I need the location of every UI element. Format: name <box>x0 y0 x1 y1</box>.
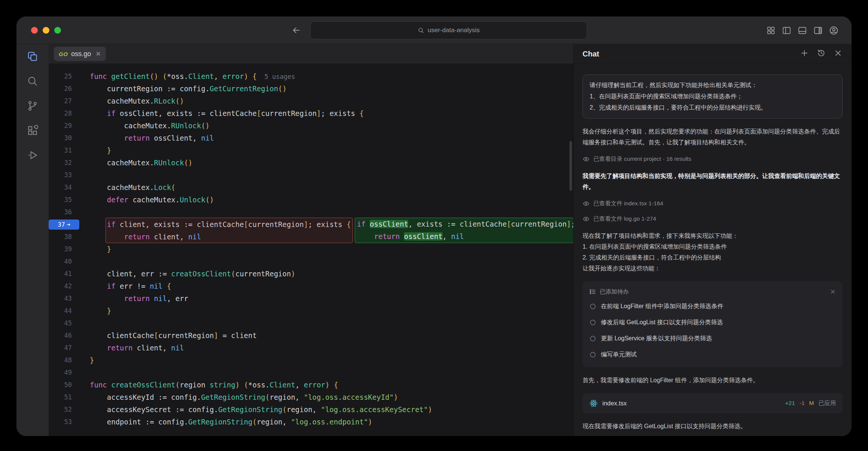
code-line[interactable]: 45 <box>49 317 573 329</box>
code-line[interactable]: 26 currentRegion := config.GetCurrentReg… <box>49 83 573 95</box>
tool-call-text: 已查看文件 log.go 1-274 <box>593 215 656 223</box>
code-text: return client, nil <box>90 342 184 354</box>
tab-oss-go[interactable]: GO oss.go ✕ <box>54 47 106 61</box>
back-arrow-icon[interactable] <box>291 25 301 35</box>
code-line[interactable]: 53 endpoint := config.GetRegionString(re… <box>49 416 573 428</box>
code-text: return ossClient, nil <box>90 132 214 144</box>
todo-list-icon <box>589 288 596 295</box>
grid-layout-icon[interactable] <box>766 25 776 36</box>
code-line[interactable]: 50func createOssClient(region string) (*… <box>49 379 573 391</box>
todo-item[interactable]: 在前端 LogFilter 组件中添加问题分类筛选条件 <box>589 298 836 315</box>
todo-close-icon[interactable] <box>830 289 836 295</box>
line-number: 32 <box>49 157 72 169</box>
search-sidebar-icon[interactable] <box>24 73 41 90</box>
todo-item[interactable]: 更新 LogService 服务以支持问题分类筛选 <box>589 331 836 347</box>
code-line[interactable]: 28 if ossClient, exists := clientCache[c… <box>49 107 573 120</box>
code-line[interactable]: 51 accessKeyId := config.GetRegionString… <box>49 391 573 404</box>
code-line[interactable]: 30 return ossClient, nil <box>49 132 573 144</box>
diff-added-line: if ossClient, exists := clientCache[curr… <box>357 218 573 230</box>
line-number: 43 <box>49 292 72 305</box>
line-number: 48 <box>49 354 72 366</box>
chat-scroll[interactable]: 请仔细理解当前工程，然后实现如下功能并给出相关单元测试： 1、在问题列表页面中的… <box>574 64 852 436</box>
code-editor[interactable]: 25func getClient() (*oss.Client, error) … <box>49 64 573 436</box>
line-number: 27 <box>49 95 72 107</box>
code-lines: 25func getClient() (*oss.Client, error) … <box>49 64 573 428</box>
code-text: func getClient() (*oss.Client, error) { … <box>90 70 295 83</box>
code-line[interactable]: 44 } <box>49 305 573 317</box>
code-text: clientCache[currentRegion] = client <box>90 329 257 342</box>
toggle-left-panel-icon[interactable] <box>782 25 792 36</box>
minimize-window-button[interactable] <box>43 27 49 34</box>
code-line[interactable]: 40 <box>49 255 573 268</box>
chat-close-icon[interactable] <box>834 49 843 59</box>
tool-call-row[interactable]: 已查看目录 current project · 16 results <box>583 155 843 163</box>
modified-badge: M <box>809 400 814 406</box>
tab-close-icon[interactable]: ✕ <box>95 50 101 58</box>
todo-item-label: 在前端 LogFilter 组件中添加问题分类筛选条件 <box>601 303 723 310</box>
code-line[interactable]: 48} <box>49 354 573 366</box>
go-file-icon: GO <box>59 51 68 57</box>
eye-icon <box>583 156 590 163</box>
code-line[interactable]: 27 cacheMutex.RLock() <box>49 95 573 107</box>
code-line[interactable]: 43 return nil, err <box>49 292 573 305</box>
source-control-icon[interactable] <box>24 97 41 114</box>
window-controls <box>16 27 61 34</box>
code-line[interactable]: 31 } <box>49 144 573 157</box>
toggle-bottom-panel-icon[interactable] <box>797 25 807 36</box>
code-text: if err != nil { <box>90 280 171 292</box>
line-number: 29 <box>49 120 72 132</box>
chat-history-icon[interactable] <box>817 49 826 59</box>
line-number: 37⇥ <box>49 218 72 231</box>
code-line[interactable]: 46 clientCache[currentRegion] = client <box>49 329 573 342</box>
account-icon[interactable] <box>829 25 839 36</box>
line-number: 51 <box>49 391 72 404</box>
code-text: cacheMutex.RLock() <box>90 95 184 107</box>
line-number: 49 <box>49 366 72 379</box>
run-debug-icon[interactable] <box>24 147 41 164</box>
new-chat-icon[interactable] <box>800 49 809 59</box>
code-line[interactable]: 32 cacheMutex.RUnlock() <box>49 157 573 169</box>
project-name: user-data-analysis <box>428 27 480 34</box>
tool-call-row[interactable]: 已查看文件 index.tsx 1-164 <box>583 200 843 208</box>
todo-item-label: 更新 LogService 服务以支持问题分类筛选 <box>601 335 712 343</box>
chat-title: Chat <box>583 50 599 58</box>
todo-item[interactable]: 编写单元测试 <box>589 347 836 363</box>
screen: user-data-analysis <box>0 0 868 451</box>
code-line[interactable]: 29 cacheMutex.RUnlock() <box>49 120 573 132</box>
line-number: 33 <box>49 169 72 181</box>
ide-window: user-data-analysis <box>16 16 852 436</box>
maximize-window-button[interactable] <box>54 27 61 34</box>
code-text: func createOssClient(region string) (*os… <box>90 379 338 391</box>
todo-pending-icon <box>589 319 596 326</box>
code-line[interactable]: 36 <box>49 206 573 218</box>
project-search-bar[interactable]: user-data-analysis <box>310 21 587 39</box>
code-line[interactable]: 47 return client, nil <box>49 342 573 354</box>
editor-scrollbar[interactable] <box>569 141 572 191</box>
todo-item[interactable]: 修改后端 GetLogList 接口以支持问题分类筛选 <box>589 315 836 331</box>
code-line[interactable]: 35 defer cacheMutex.Unlock() <box>49 194 573 206</box>
explorer-icon[interactable] <box>24 48 41 65</box>
extensions-icon[interactable] <box>24 122 41 139</box>
code-text: accessKeySecret := config.GetRegionStrin… <box>90 404 432 416</box>
code-line[interactable]: 42 if err != nil { <box>49 280 573 292</box>
close-window-button[interactable] <box>31 27 38 34</box>
file-change-card[interactable]: index.tsx+21-1M已应用 <box>583 393 843 413</box>
code-line[interactable]: 52 accessKeySecret := config.GetRegionSt… <box>49 404 573 416</box>
code-line[interactable]: 25func getClient() (*oss.Client, error) … <box>49 70 573 83</box>
code-line[interactable]: 34 cacheMutex.Lock( <box>49 181 573 194</box>
line-number: 26 <box>49 83 72 95</box>
code-line[interactable]: 39 } <box>49 243 573 255</box>
applied-status: 已应用 <box>819 399 836 407</box>
todo-pending-icon <box>589 335 596 342</box>
toggle-right-panel-icon[interactable] <box>813 25 823 36</box>
code-line[interactable]: 33 <box>49 169 573 181</box>
active-line-badge[interactable]: 37⇥ <box>49 220 79 230</box>
diff-added-line: return ossClient, nil <box>357 230 573 243</box>
code-line[interactable]: 41 client, err := creatOssClient(current… <box>49 268 573 280</box>
assistant-message: 我会仔细分析这个项目，然后实现您要求的功能：在问题列表页面添加问题分类筛选条件、… <box>583 126 843 148</box>
code-text: client, err := creatOssClient(currentReg… <box>90 268 295 280</box>
code-line[interactable]: 49 <box>49 366 573 379</box>
tool-call-text: 已查看文件 index.tsx 1-164 <box>593 200 663 208</box>
tab-bar: GO oss.go ✕ <box>49 44 573 64</box>
tool-call-row[interactable]: 已查看文件 log.go 1-274 <box>583 215 843 223</box>
